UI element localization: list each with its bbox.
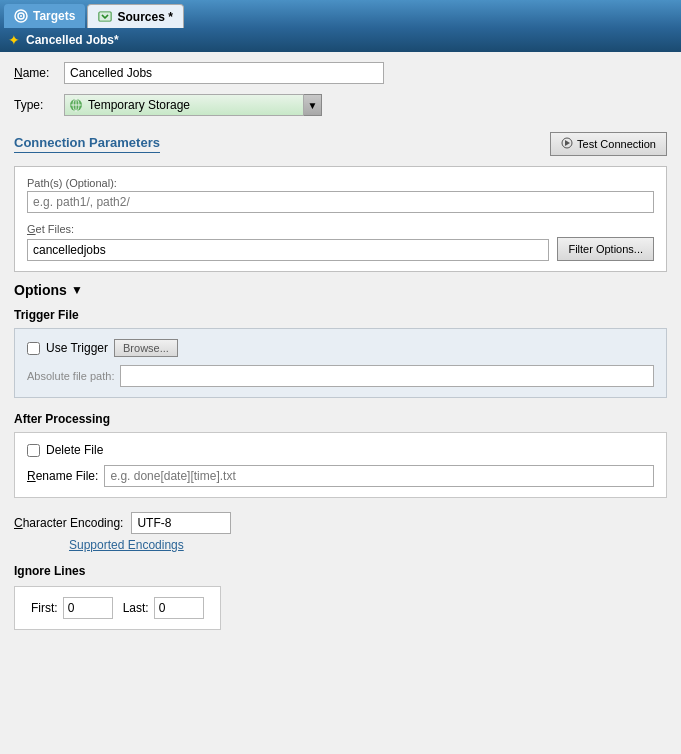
test-conn-label: Test Connection [577, 138, 656, 150]
after-processing-title: After Processing [14, 412, 667, 426]
name-row: Name: [14, 62, 667, 84]
options-arrow-icon: ▼ [71, 283, 83, 297]
title-bar: ✦ Cancelled Jobs* [0, 28, 681, 52]
type-select[interactable]: Temporary Storage [64, 94, 304, 116]
last-input[interactable] [154, 597, 204, 619]
type-select-label: Temporary Storage [88, 98, 190, 112]
after-processing-panel: Delete File Rename File: [14, 432, 667, 498]
browse-label: Browse... [123, 342, 169, 354]
after-processing-section: After Processing Delete File Rename File… [14, 412, 667, 498]
page-title: Cancelled Jobs* [26, 33, 119, 47]
delete-file-label: Delete File [46, 443, 103, 457]
params-panel: Path(s) (Optional): Get Files: Filter Op… [14, 166, 667, 272]
first-label: First: [31, 601, 58, 615]
section-title: Connection Parameters [14, 135, 160, 153]
test-conn-icon [561, 137, 573, 151]
delete-file-checkbox[interactable] [27, 444, 40, 457]
ignore-lines-panel: First: Last: [14, 586, 221, 630]
ignore-lines-section: Ignore Lines First: Last: [14, 564, 667, 630]
last-field: Last: [123, 597, 204, 619]
trigger-file-section: Trigger File Use Trigger Browse... Absol… [14, 308, 667, 398]
get-files-input[interactable] [27, 239, 549, 261]
name-input[interactable] [64, 62, 384, 84]
first-field: First: [31, 597, 113, 619]
use-trigger-label: Use Trigger [46, 341, 108, 355]
type-globe-icon [69, 98, 83, 113]
filter-options-label: Filter Options... [568, 243, 643, 255]
options-label: Options [14, 282, 67, 298]
sources-icon [98, 10, 112, 24]
delete-file-row: Delete File [27, 443, 654, 457]
get-files-row: Filter Options... [27, 237, 654, 261]
type-dropdown-btn[interactable]: ▼ [304, 94, 322, 116]
type-label: Type: [14, 98, 64, 112]
star-icon: ✦ [8, 32, 20, 48]
filter-options-button[interactable]: Filter Options... [557, 237, 654, 261]
type-select-wrapper: Temporary Storage ▼ [64, 94, 322, 116]
abs-path-label: Absolute file path: [27, 370, 114, 382]
targets-icon [14, 9, 28, 23]
supported-encodings-link[interactable]: Supported Encodings [69, 538, 667, 552]
type-row: Type: Temporary Storage ▼ [14, 94, 667, 116]
tab-bar: Targets Sources * [0, 0, 681, 28]
paths-input[interactable] [27, 191, 654, 213]
options-header[interactable]: Options ▼ [14, 282, 667, 298]
svg-rect-4 [99, 12, 111, 21]
svg-point-2 [20, 15, 22, 17]
use-trigger-checkbox[interactable] [27, 342, 40, 355]
char-enc-label: Character Encoding: [14, 516, 123, 530]
browse-button[interactable]: Browse... [114, 339, 178, 357]
tab-sources[interactable]: Sources * [87, 4, 183, 28]
first-input[interactable] [63, 597, 113, 619]
ignore-lines-title: Ignore Lines [14, 564, 667, 578]
char-encoding-row: Character Encoding: [14, 512, 667, 534]
abs-path-row: Absolute file path: [27, 365, 654, 387]
char-enc-input[interactable] [131, 512, 231, 534]
use-trigger-row: Use Trigger Browse... [27, 339, 654, 357]
tab-targets-label: Targets [33, 9, 75, 23]
trigger-file-panel: Use Trigger Browse... Absolute file path… [14, 328, 667, 398]
tab-targets[interactable]: Targets [4, 4, 85, 28]
content-area: Name: Type: Temporary Storage ▼ [0, 52, 681, 754]
get-files-label: Get Files: [27, 223, 654, 235]
last-label: Last: [123, 601, 149, 615]
tab-sources-label: Sources * [117, 10, 172, 24]
trigger-file-title: Trigger File [14, 308, 667, 322]
section-header: Connection Parameters Test Connection [14, 132, 667, 156]
name-label: Name: [14, 66, 64, 80]
rename-row: Rename File: [27, 465, 654, 487]
rename-input[interactable] [104, 465, 654, 487]
abs-path-input[interactable] [120, 365, 654, 387]
rename-label: Rename File: [27, 469, 98, 483]
test-connection-button[interactable]: Test Connection [550, 132, 667, 156]
paths-label: Path(s) (Optional): [27, 177, 654, 189]
